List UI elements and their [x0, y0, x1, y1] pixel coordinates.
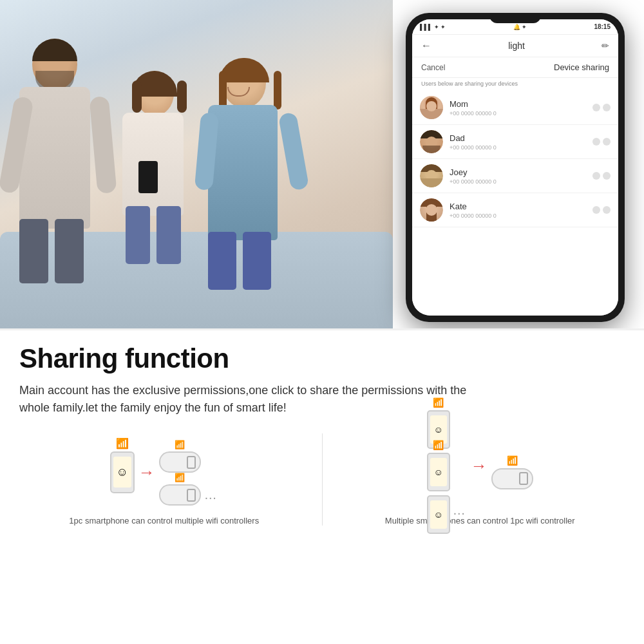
contact-kate-actions — [592, 206, 611, 214]
dad-figure — [13, 39, 109, 283]
cancel-button[interactable]: Cancel — [421, 63, 445, 72]
contact-kate[interactable]: Kate +00 0000 00000 0 — [412, 193, 618, 227]
device-sharing-title: Device sharing — [554, 62, 609, 72]
avatar-kate — [420, 198, 443, 222]
app-header: ← light ✏ — [412, 35, 618, 57]
action-dot-1 — [592, 104, 600, 111]
contact-mom-actions — [592, 104, 611, 111]
plug-hole-1 — [187, 456, 196, 469]
family-photo — [0, 0, 393, 328]
action-dot-5 — [592, 172, 600, 180]
smart-plug-2 — [159, 484, 201, 506]
contact-joey-name: Joey — [450, 167, 592, 177]
mom-figure — [203, 58, 299, 290]
phone-unit-3: ☺ — [427, 495, 450, 534]
child-figure — [119, 71, 196, 264]
contact-joey-info: Joey +00 0000 00000 0 — [450, 167, 592, 185]
avatar-mom — [420, 96, 443, 119]
action-dot-6 — [603, 172, 611, 180]
phone-screen-3: ☺ — [430, 500, 447, 529]
phone-outer: ▌▌▌ ✦ ✦ 🔔 ✦ 18:15 ← light ✏ Cancel Devic… — [406, 13, 625, 322]
smiley-icon: ☺ — [117, 466, 128, 479]
wifi-phone-1: 📶 — [433, 397, 444, 408]
single-plug-unit: 📶 — [491, 455, 533, 489]
contact-dad-name: Dad — [450, 133, 592, 143]
phone-screen: ▌▌▌ ✦ ✦ 🔔 ✦ 18:15 ← light ✏ Cancel Devic… — [412, 19, 618, 316]
dots-left: … — [204, 488, 218, 506]
action-dot-8 — [603, 206, 611, 214]
action-dot-2 — [603, 104, 611, 111]
phone-column: 📶 ☺ 📶 ☺ ☺ — [427, 410, 450, 534]
contact-joey-phone: +00 0000 00000 0 — [450, 178, 592, 185]
contact-mom-name: Mom — [450, 99, 592, 109]
contact-dad-info: Dad +00 0000 00000 0 — [450, 133, 592, 151]
app-title: light — [508, 41, 525, 51]
wifi-above-plug-2: 📶 — [175, 473, 185, 482]
diagram-one-to-many: 📶 ☺ → 📶 — [13, 433, 316, 526]
phone-notch — [489, 13, 541, 23]
contact-mom-phone: +00 0000 00000 0 — [450, 110, 592, 117]
plug-unit-1: 📶 — [159, 451, 201, 473]
time-display: 18:15 — [594, 23, 611, 30]
contact-mom[interactable]: Mom +00 0000 00000 0 — [412, 91, 618, 125]
diagram-label-right: Multiple smartphones can control 1pc wif… — [385, 516, 575, 526]
contact-joey-actions — [592, 172, 611, 180]
signal-icons: ▌▌▌ ✦ ✦ — [420, 24, 446, 30]
contact-dad[interactable]: Dad +00 0000 00000 0 — [412, 125, 618, 159]
single-phone: ☺ — [110, 451, 135, 493]
contact-dad-phone: +00 0000 00000 0 — [450, 144, 592, 151]
diagram-visual-left: 📶 ☺ → 📶 — [110, 433, 218, 511]
feature-title: Sharing function — [19, 343, 625, 374]
diagram-visual-right: 📶 ☺ 📶 ☺ ☺ — [427, 433, 533, 511]
feature-description: Main account has the exclusive permissio… — [19, 382, 470, 417]
action-dot-3 — [592, 138, 600, 146]
plug-column-1: 📶 📶 — [159, 439, 201, 506]
top-section: ▌▌▌ ✦ ✦ 🔔 ✦ 18:15 ← light ✏ Cancel Devic… — [0, 0, 644, 328]
arrow-right-2: → — [471, 456, 488, 489]
bottom-section: 📶 ☺ → 📶 — [0, 427, 644, 535]
feature-section: Sharing function Main account has the ex… — [0, 328, 644, 427]
phone-screen-2: ☺ — [430, 458, 447, 486]
diagram-label-left: 1pc smartphone can control multiple wifi… — [69, 516, 259, 526]
contact-kate-info: Kate +00 0000 00000 0 — [450, 202, 592, 219]
phone-mockup: ▌▌▌ ✦ ✦ 🔔 ✦ 18:15 ← light ✏ Cancel Devic… — [406, 13, 625, 322]
contact-list: Mom +00 0000 00000 0 — [412, 91, 618, 316]
wifi-above-plug-1: 📶 — [175, 440, 185, 450]
contact-mom-info: Mom +00 0000 00000 0 — [450, 99, 592, 117]
action-bar: Cancel Device sharing — [412, 57, 618, 78]
wifi-above-phone: 📶 — [116, 437, 129, 450]
single-phone-unit: 📶 ☺ — [110, 451, 135, 493]
smart-plug-single — [491, 468, 533, 489]
divider — [322, 433, 323, 526]
plug-hole-2 — [187, 489, 196, 502]
smart-plug-1 — [159, 451, 201, 473]
phone-unit-2: 📶 ☺ — [427, 453, 450, 491]
edit-button[interactable]: ✏ — [601, 41, 609, 51]
back-button[interactable]: ← — [421, 40, 431, 52]
avatar-dad — [420, 130, 443, 153]
phone-screen-icon: ☺ — [113, 457, 131, 488]
contact-kate-phone: +00 0000 00000 0 — [450, 213, 592, 219]
multiple-plugs-group: 📶 📶 … — [159, 439, 218, 506]
action-dot-7 — [592, 206, 600, 214]
plug-unit-2: 📶 — [159, 484, 201, 506]
wifi-above-single-plug: 📶 — [507, 455, 518, 466]
arrow-right-1: → — [138, 462, 155, 482]
mini-phone-3: ☺ — [427, 495, 450, 534]
plug-hole-single — [519, 472, 528, 485]
mini-phone-2: ☺ — [427, 453, 450, 491]
sharing-subtitle: Users below are sharing your devices — [412, 78, 618, 91]
action-dot-4 — [603, 138, 611, 146]
contact-joey[interactable]: Joey +00 0000 00000 0 — [412, 159, 618, 193]
contact-kate-name: Kate — [450, 202, 592, 211]
wifi-phone-2: 📶 — [433, 440, 444, 450]
avatar-joey — [420, 164, 443, 187]
notification-icons: 🔔 ✦ — [513, 24, 527, 30]
contact-dad-actions — [592, 138, 611, 146]
diagram-many-to-one: 📶 ☺ 📶 ☺ ☺ — [329, 433, 632, 526]
